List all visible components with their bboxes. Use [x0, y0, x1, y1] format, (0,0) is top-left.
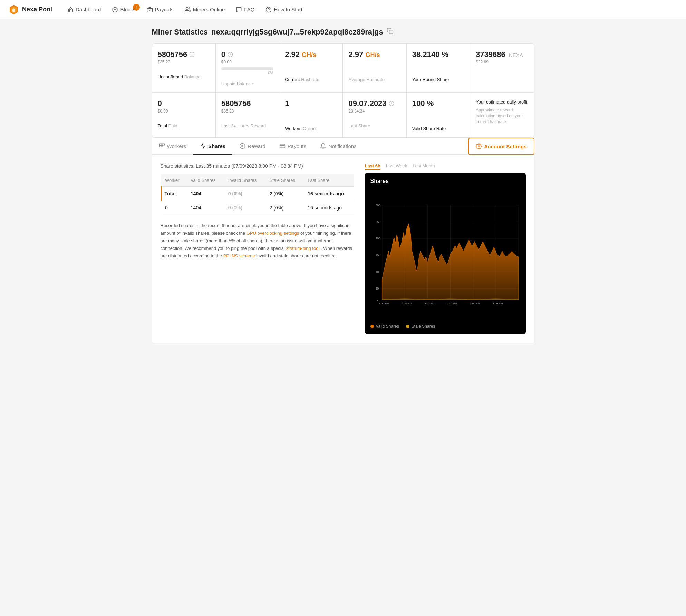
valid-share-rate-value: 100 %	[412, 99, 464, 108]
table-row-0: 0 1404 0 (0%) 2 (0%) 16 seconds ago	[161, 201, 354, 215]
nav-dashboard[interactable]: Dashboard	[63, 4, 105, 16]
time-tab-6h[interactable]: Last 6h	[365, 163, 381, 170]
current-hashrate-label: Current Hashrate	[285, 77, 337, 82]
chart-title: Shares	[370, 178, 520, 184]
table-row-total: Total 1404 0 (0%) 2 (0%) 16 seconds ago	[161, 187, 354, 201]
svg-point-26	[242, 145, 243, 147]
svg-text:50: 50	[375, 287, 379, 290]
logo[interactable]: Nexa Pool	[8, 4, 52, 15]
tab-workers[interactable]: Workers	[152, 138, 193, 155]
col-stale: Stale Shares	[265, 174, 303, 187]
svg-point-25	[240, 144, 245, 149]
info-icon	[189, 52, 195, 57]
tabs-bar: Workers Shares Reward Payouts Notificati…	[152, 138, 534, 155]
unpaid-progress-bar	[221, 67, 273, 70]
stratum-ping-link[interactable]: stratum-ping tool	[286, 246, 319, 251]
settings-icon	[476, 143, 482, 149]
nav-blocks[interactable]: Blocks 7	[108, 4, 139, 16]
shares-left-panel: Share statistics: Last 35 minutes (07/09…	[161, 163, 354, 334]
total-paid-usd: $0.00	[158, 109, 210, 114]
nav-miners-online[interactable]: Miners Online	[181, 4, 229, 16]
chart-legend: Valid Shares Stale Shares	[370, 324, 520, 329]
svg-rect-20	[159, 144, 161, 145]
svg-rect-23	[159, 146, 161, 147]
nav-faq[interactable]: FAQ	[232, 4, 259, 16]
tab-shares[interactable]: Shares	[193, 138, 232, 155]
nav-how-to-start[interactable]: How to Start	[261, 4, 307, 16]
miner-address: nexa:qqrrlyjg5sg6wuj7...5rekp92apql8cz89…	[211, 28, 383, 37]
row-total-invalid: 0 (0%)	[224, 187, 265, 201]
unpaid-balance-value: 0	[221, 50, 225, 59]
chart-container: 300 250 200 150 100 50 0	[370, 188, 520, 321]
row-0-stale: 2 (0%)	[265, 201, 303, 215]
svg-text:250: 250	[375, 220, 380, 224]
current-hashrate-unit: GH/s	[302, 51, 316, 58]
cube-icon	[112, 7, 118, 13]
unconfirmed-balance-value: 5805756	[158, 50, 187, 59]
workers-online-label: Workers Online	[285, 126, 337, 131]
svg-text:6:00 PM: 6:00 PM	[447, 302, 457, 305]
nav-items: Dashboard Blocks 7 Payouts Miners Online…	[63, 4, 678, 16]
unpaid-balance-usd: $0.00	[221, 60, 273, 65]
last-share-label: Last Share	[348, 123, 400, 128]
last24h-label: Last 24 Hours Reward	[221, 123, 273, 128]
round-share-value: 38.2140 %	[412, 50, 464, 59]
stat-total-paid: 0 $0.00 Total Paid	[152, 93, 216, 137]
time-tab-month[interactable]: Last Month	[413, 163, 435, 170]
copy-address-button[interactable]	[387, 28, 394, 37]
stat-last24h: 5805756 $35.23 Last 24 Hours Reward	[216, 93, 279, 137]
notifications-icon	[320, 143, 326, 149]
nexa-usd: $22.69	[476, 60, 528, 65]
reward-icon	[239, 143, 245, 149]
average-hashrate-label: Average Hashrate	[348, 77, 400, 82]
last24h-value: 5805756	[221, 99, 273, 108]
main-content: Miner Statistics nexa:qqrrlyjg5sg6wuj7..…	[146, 19, 540, 351]
nav-payouts[interactable]: Payouts	[143, 4, 178, 16]
time-tab-week[interactable]: Last Week	[386, 163, 407, 170]
nexa-unit: NEXA	[509, 52, 523, 58]
average-hashrate-value: 2.97 GH/s	[348, 50, 400, 59]
current-hashrate-value: 2.92 GH/s	[285, 50, 337, 59]
svg-text:8:00 PM: 8:00 PM	[492, 302, 503, 305]
stale-shares-dot	[406, 325, 409, 328]
stat-current-hashrate: 2.92 GH/s Current Hashrate	[279, 44, 343, 93]
svg-text:200: 200	[375, 237, 380, 240]
svg-text:3:00 PM: 3:00 PM	[379, 302, 389, 305]
tab-account-settings[interactable]: Account Settings	[468, 138, 534, 155]
pplns-scheme-link[interactable]: PPLNS scheme	[223, 253, 255, 258]
miner-statistics-label: Miner Statistics	[152, 28, 208, 37]
shares-table: Worker Valid Shares Invalid Shares Stale…	[161, 174, 354, 215]
svg-rect-10	[389, 30, 393, 34]
miner-title-bar: Miner Statistics nexa:qqrrlyjg5sg6wuj7..…	[152, 28, 534, 37]
svg-text:5:00 PM: 5:00 PM	[424, 302, 434, 305]
info-icon-3	[389, 101, 394, 106]
nexa-value: 3739686 NEXA	[476, 50, 528, 59]
row-total-valid: 1404	[186, 187, 224, 201]
col-valid: Valid Shares	[186, 174, 224, 187]
col-invalid: Invalid Shares	[224, 174, 265, 187]
svg-text:7:00 PM: 7:00 PM	[470, 302, 480, 305]
svg-text:4:00 PM: 4:00 PM	[402, 302, 412, 305]
gpu-overclocking-link[interactable]: GPU overclocking settings	[247, 231, 299, 236]
shares-layout: Share statistics: Last 35 minutes (07/09…	[161, 163, 526, 334]
valid-share-rate-label: Valid Share Rate	[412, 126, 464, 131]
navbar: Nexa Pool Dashboard Blocks 7 Payouts Min…	[0, 0, 686, 19]
workers-icon	[159, 143, 165, 149]
tab-payouts[interactable]: Payouts	[272, 138, 313, 155]
share-description: Recorded shares in the recent 6 hours ar…	[161, 222, 354, 260]
question-icon	[265, 7, 272, 13]
tab-reward[interactable]: Reward	[232, 138, 272, 155]
svg-point-7	[186, 7, 188, 9]
row-0-valid: 1404	[186, 201, 224, 215]
legend-stale-shares: Stale Shares	[406, 324, 435, 329]
unconfirmed-label: Unconfirmed Balance	[158, 74, 210, 79]
tab-notifications[interactable]: Notifications	[313, 138, 364, 155]
row-total-worker: Total	[161, 187, 186, 201]
share-stats-title: Share statistics: Last 35 minutes (07/09…	[161, 163, 354, 169]
unpaid-label: Unpaid Balance	[221, 81, 273, 86]
people-icon	[185, 7, 191, 13]
workers-online-value: 1	[285, 99, 337, 108]
stat-round-share: 38.2140 % Your Round Share	[407, 44, 470, 93]
stat-average-hashrate: 2.97 GH/s Average Hashrate	[343, 44, 406, 93]
svg-rect-24	[161, 146, 163, 147]
